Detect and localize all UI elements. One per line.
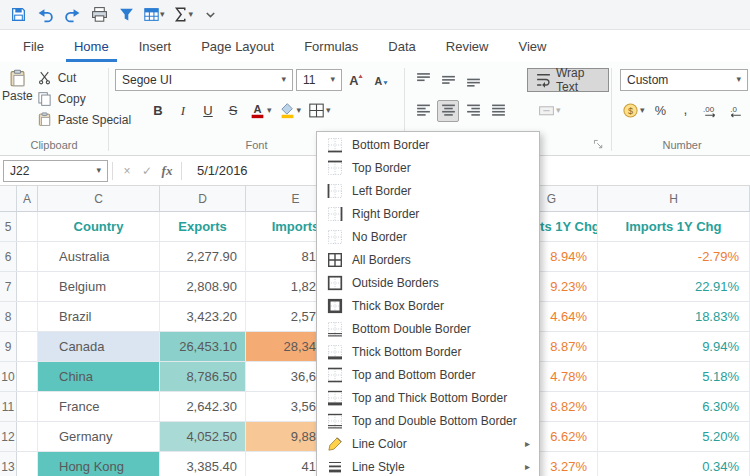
- insert-function-button[interactable]: fx: [157, 163, 177, 179]
- cell-H9[interactable]: 9.94%: [598, 332, 750, 361]
- accounting-format-button[interactable]: $ ▾: [620, 100, 647, 122]
- align-bottom-button[interactable]: [462, 69, 484, 91]
- number-format-select[interactable]: Custom ▾: [620, 69, 748, 91]
- print-button[interactable]: [87, 3, 111, 27]
- borders-button[interactable]: ▾: [306, 100, 333, 122]
- cell-D7[interactable]: 2,808.90: [160, 272, 246, 301]
- tab-file[interactable]: File: [8, 30, 59, 62]
- menu-item-top-and-thick-bottom-border[interactable]: Top and Thick Bottom Border: [317, 386, 539, 409]
- cell-H10[interactable]: 5.18%: [598, 362, 750, 391]
- strikethrough-button[interactable]: S: [222, 100, 244, 122]
- cell-H12[interactable]: 5.20%: [598, 422, 750, 451]
- row-header-7[interactable]: 7: [0, 272, 17, 301]
- grow-font-button[interactable]: A: [345, 69, 367, 91]
- cell-D5[interactable]: Exports: [160, 212, 246, 241]
- merge-center-button[interactable]: ▾: [536, 100, 563, 122]
- cell-C12[interactable]: Germany: [38, 422, 160, 451]
- table-button[interactable]: ▾: [141, 3, 167, 27]
- align-left-button[interactable]: [412, 100, 434, 122]
- filter-button[interactable]: [114, 3, 138, 27]
- cell-C6[interactable]: Australia: [38, 242, 160, 271]
- align-middle-button[interactable]: [437, 69, 459, 91]
- cell-H7[interactable]: 22.91%: [598, 272, 750, 301]
- cell-A8[interactable]: [17, 302, 38, 331]
- formula-input[interactable]: 5/1/2016: [197, 163, 248, 178]
- row-header-8[interactable]: 8: [0, 302, 17, 331]
- menu-item-thick-bottom-border[interactable]: Thick Bottom Border: [317, 340, 539, 363]
- font-color-button[interactable]: A ▾: [247, 100, 274, 122]
- tab-review[interactable]: Review: [431, 30, 504, 62]
- row-header-13[interactable]: 13: [0, 452, 17, 476]
- font-name-select[interactable]: Segoe UI ▾: [115, 69, 293, 91]
- wrap-text-button[interactable]: Wrap Text: [527, 68, 609, 92]
- menu-item-bottom-border[interactable]: Bottom Border: [317, 133, 539, 156]
- comma-style-button[interactable]: ,: [675, 100, 697, 122]
- toolbar-overflow-button[interactable]: [198, 3, 222, 27]
- cell-D8[interactable]: 3,423.20: [160, 302, 246, 331]
- cell-D13[interactable]: 3,385.40: [160, 452, 246, 476]
- cell-C13[interactable]: Hong Kong: [38, 452, 160, 476]
- menu-item-top-and-bottom-border[interactable]: Top and Bottom Border: [317, 363, 539, 386]
- cell-H5[interactable]: Imports 1Y Chg: [598, 212, 750, 241]
- cell-H11[interactable]: 6.30%: [598, 392, 750, 421]
- decrease-decimal-button[interactable]: .0: [725, 100, 747, 122]
- menu-item-left-border[interactable]: Left Border: [317, 179, 539, 202]
- enter-button[interactable]: ✓: [137, 164, 157, 178]
- font-size-select[interactable]: 11 ▾: [296, 69, 342, 91]
- cell-C7[interactable]: Belgium: [38, 272, 160, 301]
- cell-A9[interactable]: [17, 332, 38, 361]
- cell-C10[interactable]: China: [38, 362, 160, 391]
- redo-button[interactable]: [60, 3, 84, 27]
- cell-H13[interactable]: 0.34%: [598, 452, 750, 476]
- menu-item-no-border[interactable]: No Border: [317, 225, 539, 248]
- cell-D9[interactable]: 26,453.10: [160, 332, 246, 361]
- row-header-11[interactable]: 11: [0, 392, 17, 421]
- cell-A13[interactable]: [17, 452, 38, 476]
- row-header-12[interactable]: 12: [0, 422, 17, 451]
- cell-A10[interactable]: [17, 362, 38, 391]
- tab-home[interactable]: Home: [59, 30, 124, 62]
- save-button[interactable]: [6, 3, 30, 27]
- cell-C9[interactable]: Canada: [38, 332, 160, 361]
- menu-item-line-style[interactable]: Line Style▸: [317, 455, 539, 476]
- cell-A5[interactable]: [17, 212, 38, 241]
- tab-data[interactable]: Data: [373, 30, 430, 62]
- column-header-C[interactable]: C: [38, 186, 160, 211]
- alignment-dialog-launcher[interactable]: [591, 137, 605, 151]
- align-justify-button[interactable]: [487, 100, 509, 122]
- italic-button[interactable]: I: [172, 100, 194, 122]
- menu-item-bottom-double-border[interactable]: Bottom Double Border: [317, 317, 539, 340]
- cell-A12[interactable]: [17, 422, 38, 451]
- tab-page-layout[interactable]: Page Layout: [186, 30, 289, 62]
- cell-C5[interactable]: Country: [38, 212, 160, 241]
- column-header-D[interactable]: D: [160, 186, 246, 211]
- bold-button[interactable]: B: [147, 100, 169, 122]
- menu-item-thick-box-border[interactable]: Thick Box Border: [317, 294, 539, 317]
- cell-C8[interactable]: Brazil: [38, 302, 160, 331]
- name-box[interactable]: J22 ▾: [3, 160, 108, 182]
- percent-style-button[interactable]: %: [650, 100, 672, 122]
- align-center-button[interactable]: [437, 100, 459, 122]
- menu-item-line-color[interactable]: Line Color▸: [317, 432, 539, 455]
- menu-item-all-borders[interactable]: All Borders: [317, 248, 539, 271]
- row-header-10[interactable]: 10: [0, 362, 17, 391]
- undo-button[interactable]: [33, 3, 57, 27]
- cell-C11[interactable]: France: [38, 392, 160, 421]
- tab-formulas[interactable]: Formulas: [289, 30, 373, 62]
- menu-item-top-border[interactable]: Top Border: [317, 156, 539, 179]
- row-header-9[interactable]: 9: [0, 332, 17, 361]
- cancel-button[interactable]: ×: [117, 164, 137, 178]
- tab-view[interactable]: View: [503, 30, 561, 62]
- menu-item-outside-borders[interactable]: Outside Borders: [317, 271, 539, 294]
- column-header-A[interactable]: A: [17, 186, 38, 211]
- align-right-button[interactable]: [462, 100, 484, 122]
- column-header-H[interactable]: H: [598, 186, 750, 211]
- cell-A11[interactable]: [17, 392, 38, 421]
- fill-color-button[interactable]: ▾: [277, 100, 304, 122]
- paste-button[interactable]: Paste: [2, 64, 33, 130]
- cell-D6[interactable]: 2,277.90: [160, 242, 246, 271]
- cell-D11[interactable]: 2,642.30: [160, 392, 246, 421]
- row-header-6[interactable]: 6: [0, 242, 17, 271]
- cell-H6[interactable]: -2.79%: [598, 242, 750, 271]
- cell-A7[interactable]: [17, 272, 38, 301]
